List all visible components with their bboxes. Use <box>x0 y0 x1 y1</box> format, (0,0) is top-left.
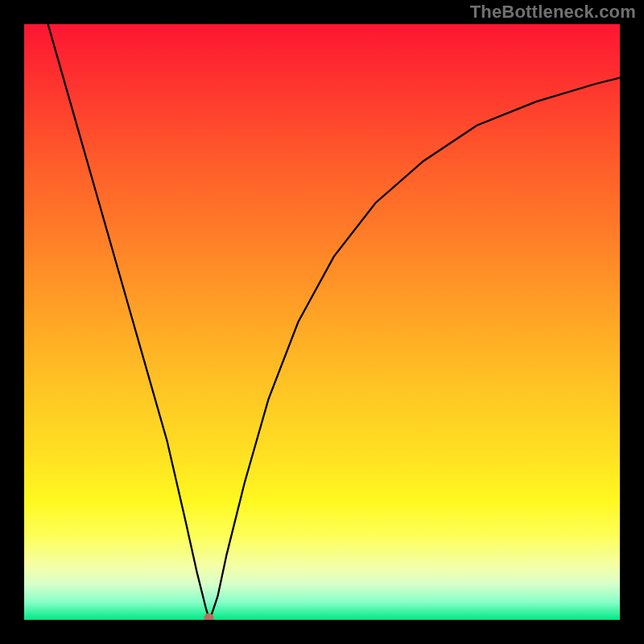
bottleneck-curve <box>48 24 620 618</box>
chart-container: TheBottleneck.com <box>0 0 644 644</box>
curve-layer <box>24 24 620 620</box>
plot-area <box>24 24 620 620</box>
watermark-label: TheBottleneck.com <box>470 2 636 23</box>
